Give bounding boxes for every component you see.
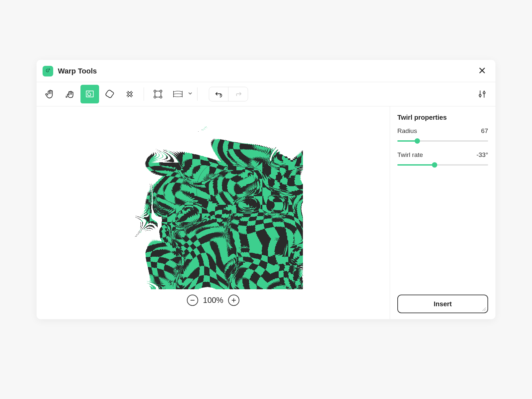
- app-icon: [43, 66, 53, 76]
- twirl-rate-value: -33°: [476, 151, 488, 159]
- mode-mesh[interactable]: [149, 85, 167, 103]
- tool-smudge[interactable]: [61, 85, 79, 103]
- radius-slider[interactable]: [397, 137, 488, 145]
- svg-point-3: [160, 90, 162, 92]
- zoom-out-button[interactable]: [187, 295, 198, 306]
- resize-handle[interactable]: [481, 307, 486, 311]
- toolbar: [37, 82, 495, 106]
- tool-twirl[interactable]: [80, 85, 99, 103]
- svg-point-13: [479, 94, 481, 96]
- redo-button[interactable]: [228, 87, 248, 101]
- window-title: Warp Tools: [58, 67, 97, 75]
- svg-line-23: [484, 309, 486, 311]
- grid-dropdown[interactable]: [188, 91, 193, 97]
- toolbar-divider: [144, 87, 144, 101]
- twirl-rate-slider[interactable]: [397, 161, 488, 169]
- radius-value: 67: [481, 127, 488, 135]
- insert-button[interactable]: Insert: [397, 295, 488, 313]
- radius-slider-thumb[interactable]: [415, 138, 420, 144]
- svg-point-5: [160, 96, 162, 98]
- tool-bloat[interactable]: [100, 85, 119, 103]
- panel-body: 100% Twirl properties Radius 67: [37, 106, 495, 319]
- settings-button[interactable]: [473, 85, 491, 103]
- tool-shatter[interactable]: [120, 85, 139, 103]
- radius-label: Radius: [397, 127, 417, 135]
- properties-title: Twirl properties: [397, 114, 488, 121]
- warp-tools-panel: Warp Tools: [37, 60, 495, 319]
- twirl-rate-slider-fill: [397, 164, 435, 166]
- property-twirl-rate: Twirl rate -33°: [397, 151, 488, 169]
- svg-line-22: [482, 308, 486, 311]
- canvas-area[interactable]: 100%: [37, 106, 390, 319]
- zoom-in-button[interactable]: [228, 295, 239, 306]
- titlebar: Warp Tools: [37, 60, 495, 82]
- twirl-rate-slider-thumb[interactable]: [432, 162, 437, 168]
- canvas[interactable]: [123, 126, 303, 289]
- titlebar-left: Warp Tools: [43, 66, 97, 76]
- svg-point-4: [154, 96, 156, 98]
- svg-point-15: [483, 92, 485, 94]
- tool-hand[interactable]: [41, 85, 59, 103]
- mode-grid[interactable]: [169, 85, 187, 103]
- undo-button[interactable]: [209, 87, 228, 101]
- twirl-rate-label: Twirl rate: [397, 151, 423, 159]
- close-button[interactable]: [477, 65, 487, 77]
- zoom-controls: 100%: [187, 295, 239, 306]
- zoom-value: 100%: [203, 296, 223, 305]
- toolbar-divider-2: [197, 87, 198, 101]
- undo-redo-group: [209, 87, 248, 101]
- warped-image: [123, 126, 303, 289]
- property-radius: Radius 67: [397, 127, 488, 145]
- properties-panel: Twirl properties Radius 67 Twirl rate -3…: [390, 106, 495, 319]
- svg-point-2: [154, 90, 156, 92]
- radius-slider-fill: [397, 140, 417, 142]
